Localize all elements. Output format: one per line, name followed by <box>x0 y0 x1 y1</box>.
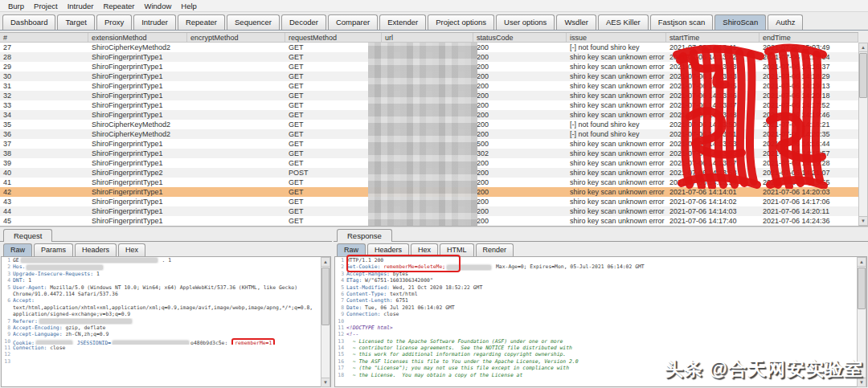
line-number: 11 <box>2 345 13 351</box>
response-tab-hex[interactable]: Hex <box>411 243 438 256</box>
request-scrollbar-thumb[interactable] <box>321 268 330 325</box>
cell-end: 2021-07-06 14:19:13 <box>760 81 858 91</box>
cell-issue: shiro key scan unknown error <box>567 197 666 206</box>
response-line: 9Connection: close <box>335 311 866 317</box>
code-text: Date: <box>346 304 362 311</box>
column-header-[interactable]: # <box>0 33 88 42</box>
response-tab-html[interactable]: HTML <box>440 243 474 256</box>
cell-ext: ShiroCipherKeyMethod2 <box>88 120 187 129</box>
column-header-issue[interactable]: issue <box>567 33 666 42</box>
tab-sequencer[interactable]: Sequencer <box>227 14 280 30</box>
request-tab-params[interactable]: Params <box>34 243 73 256</box>
response-tab-headers[interactable]: Headers <box>367 243 409 256</box>
table-scrollbar-thumb[interactable] <box>859 53 867 98</box>
tab-fastjson-scan[interactable]: Fastjson scan <box>650 14 714 30</box>
tab-dashboard[interactable]: Dashboard <box>2 14 55 30</box>
menu-item-window[interactable]: Window <box>140 2 177 10</box>
request-scrollbar[interactable]: ▲ ▼ <box>321 257 330 387</box>
response-line: 11<!DOCTYPE html> <box>335 325 866 331</box>
code-text: rememberMe=deleteMe; <box>380 263 445 270</box>
cell-n: 38 <box>0 149 88 158</box>
cell-n: 29 <box>0 62 88 71</box>
line-content <box>346 318 866 325</box>
line-number: 16 <box>335 358 346 365</box>
menu-item-help[interactable]: Help <box>176 2 202 10</box>
line-content: Cookie: JSESSIONID=o480b9d3c5e; remember… <box>13 338 330 345</box>
cell-end: 2021-07-06 14:16:44 <box>760 139 858 149</box>
cell-start: 2021-07-06 14:13:58 <box>666 168 760 178</box>
code-text: Wed, 21 Oct 2020 18:52:22 GMT <box>390 284 482 291</box>
cell-enc <box>187 81 285 91</box>
table-scrollbar[interactable]: ▲ ▼ <box>858 43 868 226</box>
scroll-down-arrow-icon[interactable]: ▼ <box>859 216 867 225</box>
cell-ext: ShiroFingerprintType1 <box>88 178 187 187</box>
cell-issue: shiro key scan unknown error <box>567 216 666 226</box>
tab-extender[interactable]: Extender <box>379 14 426 30</box>
cell-enc <box>187 91 285 100</box>
request-raw-view[interactable]: 1GE . 12Hos.3Upgrade-Insecure-Requests: … <box>1 256 331 387</box>
cell-enc <box>187 120 285 129</box>
menu-item-intruder[interactable]: Intruder <box>63 2 99 10</box>
scroll-up-arrow-icon[interactable]: ▲ <box>321 258 330 267</box>
tab-shiroscan[interactable]: ShiroScan <box>714 14 766 30</box>
cell-n: 28 <box>0 52 88 62</box>
cell-status: 200 <box>473 100 567 110</box>
menu-item-burp[interactable]: Burp <box>3 2 29 10</box>
column-header-encryptmethod[interactable]: encryptMethod <box>187 33 285 42</box>
response-tab-render[interactable]: Render <box>476 243 514 256</box>
tab-target[interactable]: Target <box>57 14 94 30</box>
scroll-up-arrow-icon[interactable]: ▲ <box>858 258 866 267</box>
line-number: 8 <box>2 325 13 331</box>
line-number: 5 <box>2 284 13 291</box>
line-content: DNT: 1 <box>13 277 330 284</box>
column-header-statuscode[interactable]: statusCode <box>473 33 567 42</box>
response-panel-tab[interactable]: Response <box>337 229 392 242</box>
request-tab-headers[interactable]: Headers <box>75 243 117 256</box>
request-tab-hex[interactable]: Hex <box>118 243 145 256</box>
menu-item-repeater[interactable]: Repeater <box>98 2 139 10</box>
tab-intruder[interactable]: Intruder <box>133 14 176 30</box>
cell-end: 2021-07-06 14:20:18 <box>760 91 858 100</box>
column-header-starttime[interactable]: startTime <box>666 33 760 42</box>
tab-decoder[interactable]: Decoder <box>281 14 326 30</box>
column-header-extensionmethod[interactable]: extensionMethod <box>88 33 187 42</box>
cell-end: 2021-07-06 14:19:04 <box>760 52 858 62</box>
code-text: 6751 <box>393 297 408 304</box>
cell-ext: ShiroFingerprintType1 <box>88 62 187 71</box>
tab-project-options[interactable]: Project options <box>428 14 494 30</box>
column-header-requestmethod[interactable]: requestMethod <box>285 33 382 42</box>
response-tab-raw[interactable]: Raw <box>337 243 366 256</box>
request-line: 12 <box>2 351 330 357</box>
cell-ext: ShiroFingerprintType1 <box>88 81 187 91</box>
scroll-up-arrow-icon[interactable]: ▲ <box>859 43 867 52</box>
response-scrollbar-thumb[interactable] <box>858 268 866 309</box>
request-line: 1GE . 1 <box>2 257 330 263</box>
tab-proxy[interactable]: Proxy <box>96 14 132 30</box>
code-text: close <box>47 345 65 351</box>
tab-wsdler[interactable]: Wsdler <box>556 14 596 30</box>
cell-n: 32 <box>0 91 88 100</box>
tab-repeater[interactable]: Repeater <box>178 14 225 30</box>
tab-aes-killer[interactable]: AES Killer <box>598 14 649 30</box>
scroll-down-arrow-icon[interactable]: ▼ <box>321 378 330 386</box>
tab-user-options[interactable]: User options <box>496 14 555 30</box>
cell-start: 2021-07-06 14:13:46 <box>666 91 760 100</box>
cell-ext: ShiroFingerprintType1 <box>88 187 187 197</box>
cell-start: 2021-07-06 14:13:59 <box>666 178 760 187</box>
code-text: . 1 <box>159 257 171 263</box>
column-header-url[interactable]: url <box>382 33 473 42</box>
line-content: Accept-Ranges: bytes <box>346 271 866 277</box>
menu-item-project[interactable]: Project <box>29 2 63 10</box>
code-text: Accept-Ranges: <box>346 271 390 277</box>
request-tab-raw[interactable]: Raw <box>3 243 32 256</box>
cell-end: 2021-07-06 14:21:07 <box>760 168 858 178</box>
tab-comparer[interactable]: Comparer <box>328 14 378 30</box>
tab-authz[interactable]: Authz <box>768 14 803 30</box>
request-panel-tab[interactable]: Request <box>3 229 52 242</box>
cell-ext: ShiroFingerprintType1 <box>88 52 187 62</box>
column-header-endtime[interactable]: endTime <box>760 33 858 42</box>
line-number: 6 <box>335 291 346 297</box>
cell-issue: shiro key scan unknown error <box>567 178 666 187</box>
cell-method: GET <box>285 187 382 197</box>
cell-end: 2021-07-06 14:16:37 <box>760 62 858 71</box>
